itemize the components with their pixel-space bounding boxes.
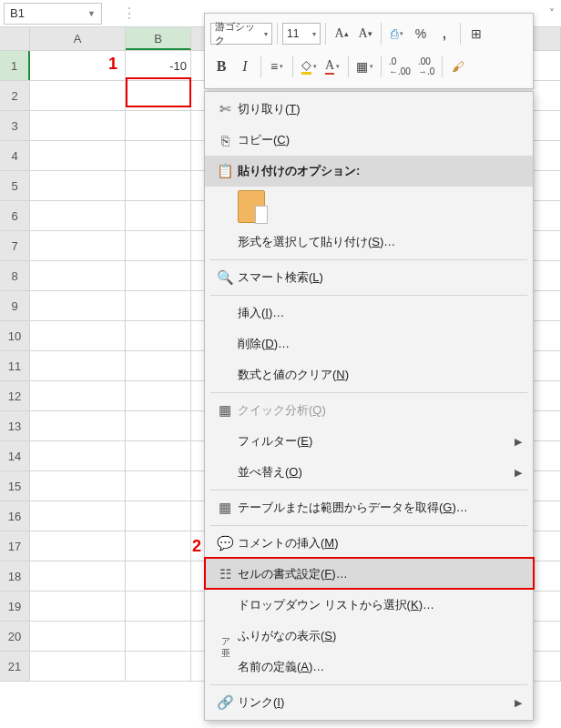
format-painter-button[interactable]: 🖌: [447, 54, 469, 79]
menu-paste-special[interactable]: 形式を選択して貼り付け(S)…: [205, 227, 533, 258]
row-header[interactable]: 4: [0, 141, 30, 170]
row-header[interactable]: 12: [0, 381, 30, 410]
increase-font-button[interactable]: A▴: [331, 21, 352, 46]
font-name-combo[interactable]: 游ゴシック ▾: [210, 23, 272, 45]
menu-define-name[interactable]: 名前の定義(A)…: [205, 652, 533, 682]
cell[interactable]: [126, 501, 191, 531]
cell[interactable]: [30, 351, 126, 380]
cell[interactable]: [126, 141, 191, 170]
align-button[interactable]: ≡▾: [266, 54, 288, 79]
row-header[interactable]: 3: [0, 111, 30, 140]
borders-button[interactable]: ▦▾: [353, 54, 376, 79]
cell[interactable]: [126, 171, 191, 200]
cell[interactable]: [30, 652, 126, 681]
cell[interactable]: [126, 441, 191, 470]
increase-decimal-button[interactable]: .0←.00: [386, 54, 413, 79]
cell[interactable]: [126, 381, 191, 410]
cell[interactable]: [126, 81, 191, 110]
cell[interactable]: [126, 561, 191, 591]
row-header[interactable]: 18: [0, 561, 30, 591]
row-header[interactable]: 15: [0, 471, 30, 500]
cell[interactable]: [30, 81, 126, 110]
cell[interactable]: [126, 261, 191, 290]
cell[interactable]: [30, 441, 126, 470]
row-header[interactable]: 9: [0, 291, 30, 320]
row-header[interactable]: 1: [0, 51, 30, 80]
cell[interactable]: [30, 141, 126, 170]
row-header[interactable]: 17: [0, 531, 30, 561]
cell[interactable]: [30, 321, 126, 350]
menu-clear-contents[interactable]: 数式と値のクリア(N): [205, 359, 533, 390]
cell[interactable]: [126, 471, 191, 500]
row-header[interactable]: 19: [0, 592, 30, 621]
cell[interactable]: [126, 622, 191, 651]
menu-show-furigana[interactable]: ア亜 ふりがなの表示(S): [205, 621, 533, 652]
row-header[interactable]: 16: [0, 501, 30, 531]
bold-button[interactable]: B: [210, 54, 232, 79]
menu-sort[interactable]: 並べ替え(O) ▶: [205, 457, 533, 488]
cell-b1[interactable]: -10: [126, 51, 191, 80]
decrease-decimal-button[interactable]: .00→.0: [415, 54, 437, 79]
cell[interactable]: [126, 411, 191, 440]
cell[interactable]: [30, 111, 126, 140]
menu-copy[interactable]: ⎘ コピー(C): [205, 125, 533, 156]
cell[interactable]: [126, 592, 191, 621]
row-header[interactable]: 10: [0, 321, 30, 350]
row-header[interactable]: 21: [0, 652, 30, 681]
row-header[interactable]: 7: [0, 231, 30, 260]
row-header[interactable]: 14: [0, 441, 30, 470]
paste-option-default[interactable]: [205, 187, 533, 227]
menu-delete[interactable]: 削除(D)…: [205, 329, 533, 359]
column-header-b[interactable]: B: [126, 27, 191, 50]
expand-formula-bar-icon[interactable]: ˅: [543, 7, 561, 20]
menu-cut[interactable]: ✄ 切り取り(T): [205, 94, 533, 125]
cell[interactable]: [30, 501, 126, 531]
cell[interactable]: [126, 231, 191, 260]
name-box[interactable]: B1 ▼: [4, 3, 102, 25]
cell[interactable]: [30, 471, 126, 500]
select-all-corner[interactable]: [0, 27, 30, 50]
cell[interactable]: [126, 321, 191, 350]
cell[interactable]: [30, 231, 126, 260]
row-header[interactable]: 13: [0, 411, 30, 440]
menu-insert-comment[interactable]: 💬 コメントの挿入(M): [205, 528, 533, 559]
comma-format-button[interactable]: ,: [434, 21, 455, 46]
menu-smart-lookup[interactable]: 🔍 スマート検索(L): [205, 262, 533, 293]
cell[interactable]: [126, 291, 191, 320]
cell[interactable]: [30, 622, 126, 651]
cell[interactable]: [126, 531, 191, 561]
cell[interactable]: [30, 381, 126, 410]
font-size-combo[interactable]: 11 ▾: [282, 23, 321, 45]
cell[interactable]: [30, 561, 126, 591]
fill-color-button[interactable]: ◇▾: [298, 54, 320, 79]
font-color-button[interactable]: A▾: [321, 54, 343, 79]
menu-filter[interactable]: フィルター(E) ▶: [205, 426, 533, 457]
merge-center-button[interactable]: ⊞: [465, 21, 487, 46]
menu-paste-options[interactable]: 📋 貼り付けのオプション:: [205, 156, 533, 187]
row-header[interactable]: 5: [0, 171, 30, 200]
cell[interactable]: [126, 351, 191, 380]
menu-pick-from-dropdown[interactable]: ドロップダウン リストから選択(K)…: [205, 590, 533, 621]
row-header[interactable]: 2: [0, 81, 30, 110]
cell[interactable]: [30, 291, 126, 320]
cell[interactable]: [30, 261, 126, 290]
percent-format-button[interactable]: %: [410, 21, 432, 46]
menu-insert[interactable]: 挿入(I)…: [205, 298, 533, 329]
cell[interactable]: [30, 171, 126, 200]
cell[interactable]: [30, 531, 126, 561]
column-header-a[interactable]: A: [30, 27, 126, 50]
cell[interactable]: [30, 201, 126, 230]
row-header[interactable]: 6: [0, 201, 30, 230]
row-header[interactable]: 20: [0, 622, 30, 651]
menu-format-cells[interactable]: ☷ セルの書式設定(F)…: [205, 559, 533, 590]
cell[interactable]: [126, 652, 191, 681]
cell[interactable]: [30, 411, 126, 440]
cell[interactable]: [126, 201, 191, 230]
cell[interactable]: [30, 592, 126, 621]
accounting-format-button[interactable]: ⎙▾: [386, 21, 408, 46]
menu-get-data[interactable]: ▦ テーブルまたは範囲からデータを取得(G)…: [205, 492, 533, 523]
cell[interactable]: [126, 111, 191, 140]
decrease-font-button[interactable]: A▾: [354, 21, 376, 46]
row-header[interactable]: 8: [0, 261, 30, 290]
menu-link[interactable]: 🔗 リンク(I) ▶: [205, 687, 533, 718]
